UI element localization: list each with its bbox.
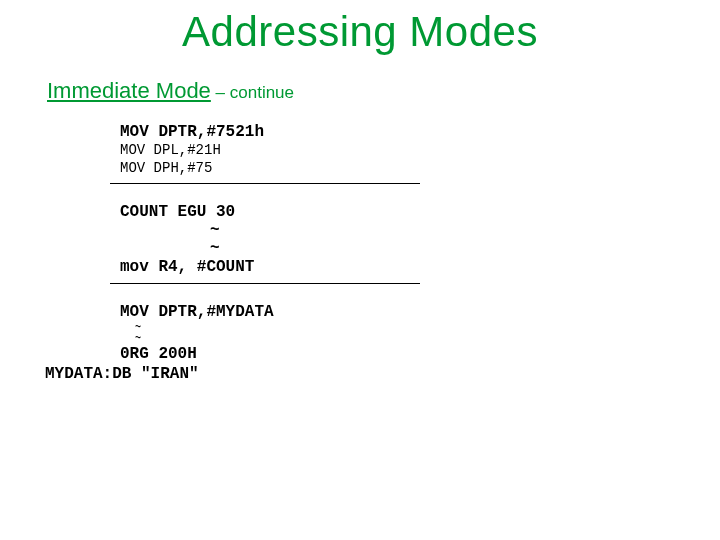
code-line: 0RG 200H	[120, 344, 720, 364]
tilde-line: ~	[210, 222, 720, 240]
code-line: MYDATA:DB "IRAN"	[45, 364, 720, 384]
section-subtitle: Immediate Mode – continue	[47, 78, 720, 104]
code-block-1: MOV DPTR,#7521h MOV DPL,#21H MOV DPH,#75	[120, 122, 720, 177]
code-line: mov R4, #COUNT	[120, 257, 720, 277]
continue-label: – continue	[211, 83, 294, 102]
tilde-line: ~	[135, 333, 720, 344]
code-line: MOV DPH,#75	[120, 160, 720, 178]
code-line: MOV DPTR,#MYDATA	[120, 302, 720, 322]
code-block-3: MOV DPTR,#MYDATA ~ ~ 0RG 200H MYDATA:DB …	[45, 302, 720, 384]
code-block-2: COUNT EGU 30 ~ ~ mov R4, #COUNT	[120, 202, 720, 277]
tilde-line: ~	[135, 322, 720, 333]
code-line: MOV DPTR,#7521h	[120, 122, 720, 142]
tilde-line: ~	[210, 240, 720, 258]
code-line: COUNT EGU 30	[120, 202, 720, 222]
divider	[110, 283, 420, 284]
mode-label: Immediate Mode	[47, 78, 211, 103]
code-line: MOV DPL,#21H	[120, 142, 720, 160]
divider	[110, 183, 420, 184]
page-title: Addressing Modes	[0, 0, 720, 56]
slide: Addressing Modes Immediate Mode – contin…	[0, 0, 720, 540]
